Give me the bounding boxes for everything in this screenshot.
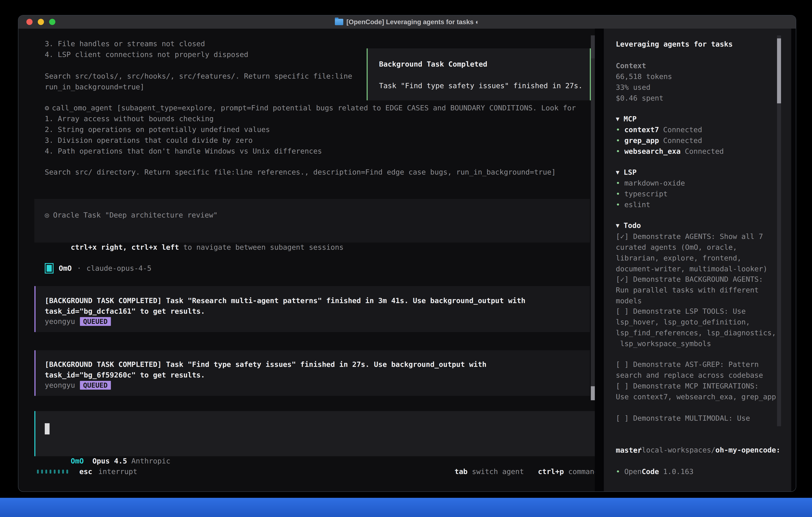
notification-body: Task "Find type safety issues" finished … [379, 80, 583, 91]
todo-line: [ ] Demonstrate AST-GREP: Pattern [616, 359, 763, 370]
spinner-icon [37, 470, 68, 473]
chat-scrollbar-segment [591, 35, 595, 58]
chevron-down-icon: ▼ [616, 113, 619, 124]
mcp-item-name: grep_app [625, 135, 659, 146]
todo-line: [✓] Demonstrate AGENTS: Show all 7 [616, 231, 767, 242]
oracle-shortcut-keys: ctrl+x right, ctrl+x left [71, 243, 179, 251]
mcp-item-status: Connected [685, 146, 724, 157]
mcp-item: • websearch_exa Connected [616, 146, 724, 157]
esc-key-label: interrupt [98, 466, 137, 477]
todo-line: lsp_hover, lsp_goto_definition, [616, 317, 776, 327]
tool-call-line: call_omo_agent [subagent_type=explore, p… [52, 103, 576, 113]
input-provider-label: Anthropic [127, 457, 170, 465]
lsp-item-name: eslint [625, 199, 650, 210]
oracle-icon: ◎ [45, 210, 49, 220]
app-version: 1.0.163 [663, 466, 694, 477]
lsp-heading: LSP [624, 167, 637, 178]
separator-dot: · [77, 263, 81, 274]
status-bullet-icon: • [616, 199, 620, 210]
minimize-window-button[interactable] [38, 19, 44, 25]
status-bullet-icon: • [616, 135, 620, 146]
gear-icon: ⚙ [45, 103, 49, 113]
lsp-item-name: markdown-oxide [625, 178, 685, 189]
lsp-section-header[interactable]: ▼ LSP [616, 167, 685, 178]
chat-scrollbar-thumb[interactable] [591, 386, 595, 400]
mcp-item: • context7 Connected [616, 124, 724, 135]
todo-line: [ ] Demonstrate MCP INTEGRATIONS: [616, 381, 776, 391]
tool-call-item: 3. Division operations that could divide… [45, 135, 576, 146]
chevron-down-icon: ▼ [616, 167, 619, 178]
chat-scrollbar-track[interactable] [591, 35, 595, 400]
git-branch: master [616, 445, 642, 456]
chevron-down-icon: ▼ [616, 220, 619, 231]
esc-key-hint: esc [79, 466, 92, 477]
window-controls [26, 19, 55, 25]
todo-item-done: [✓] Demonstrate AGENTS: Show all 7 curat… [616, 231, 767, 274]
message-line: task_id="bg_6f59260c" to get results. [45, 370, 205, 380]
status-badge: QUEUED [80, 381, 111, 390]
sidebar-scrollbar-thumb[interactable] [777, 38, 781, 103]
text-cursor [45, 423, 50, 434]
todo-line: [ ] Demonstrate LSP TOOLS: Use [616, 306, 776, 317]
context-tokens: 66,518 tokens [616, 71, 672, 82]
lsp-item: • eslint [616, 199, 685, 210]
tool-call-block: ⚙ call_omo_agent [subagent_type=explore,… [45, 103, 576, 157]
oracle-task-title: Oracle Task "Deep architecture review" [53, 210, 218, 220]
message-author: yeongyu [45, 380, 75, 391]
app-name-dim: Open [625, 467, 642, 475]
tab-key-label: switch agent [472, 466, 524, 477]
tab-key-hint: tab [455, 466, 467, 477]
todo-line: models [616, 296, 763, 306]
message-author: yeongyu [45, 316, 75, 327]
close-window-button[interactable] [26, 19, 33, 25]
todo-line: search and replace across codebase [616, 370, 763, 381]
zoom-window-button[interactable] [49, 19, 55, 25]
agent-header: OmO · claude-opus-4-5 [45, 263, 151, 274]
mcp-section: ▼ MCP • context7 Connected • grep_app Co… [616, 113, 724, 157]
todo-line: librarian, explore, frontend, [616, 253, 767, 264]
mcp-item-name: websearch_exa [625, 146, 681, 157]
title-bar: [OpenCode] Leveraging agents for tasks ◐ [19, 16, 796, 29]
mcp-section-header[interactable]: ▼ MCP [616, 113, 724, 124]
mcp-item-name: context7 [625, 124, 659, 135]
todo-line: [ ] Demonstrate MULTIMODAL: Use [616, 413, 750, 424]
status-bullet-icon: • [616, 146, 620, 157]
desktop-bottom-strip [0, 498, 812, 517]
ctrlp-key-hint: ctrl+p [538, 466, 564, 477]
lsp-section: ▼ LSP • markdown-oxide • typescript • es… [616, 167, 685, 210]
status-badge: QUEUED [80, 317, 111, 326]
todo-line: lsp_find_references, lsp_diagnostics, [616, 327, 776, 338]
background-task-message: [BACKGROUND TASK COMPLETED] Task "Resear… [34, 286, 590, 332]
todo-line: lsp_workspace_symbols [616, 338, 776, 349]
oracle-shortcut-hint: to navigate between subagent sessions [179, 243, 344, 251]
terminal-window: [OpenCode] Leveraging agents for tasks ◐… [18, 15, 796, 492]
context-section: Context 66,518 tokens 33% used $0.46 spe… [616, 60, 672, 104]
status-bar-left: esc interrupt [37, 466, 137, 477]
session-title: Leveraging agents for tasks [616, 39, 733, 50]
background-task-notification[interactable]: Background Task Completed Task "Find typ… [367, 48, 591, 100]
input-agent-label: OmO [71, 457, 84, 465]
tool-call-item: 4. Path operations that don't handle Win… [45, 146, 576, 157]
workspace-path-dim: ~/local-workspaces/ [633, 446, 716, 454]
lsp-item: • markdown-oxide [616, 178, 685, 189]
todo-section-header[interactable]: ▼ Todo [616, 220, 641, 231]
window-title: [OpenCode] Leveraging agents for tasks ◐ [346, 18, 479, 26]
lsp-item-name: typescript [625, 189, 668, 199]
notification-title: Background Task Completed [379, 59, 487, 70]
todo-item-done: [✓] Demonstrate BACKGROUND AGENTS: Run p… [616, 274, 763, 306]
todo-line: Run parallel tasks with different [616, 285, 763, 296]
lsp-item: • typescript [616, 189, 685, 199]
message-line: task_id="bg_dcfac161" to get results. [45, 306, 205, 317]
scrollback-line: 4. LSP client connections not properly d… [45, 49, 249, 60]
input-model-label: Opus 4.5 [84, 457, 127, 465]
tool-call-item: 1. Array access without bounds checking [45, 113, 576, 124]
scrollback-search-prompt: Search src/tools/, src/hooks/, src/featu… [45, 71, 352, 92]
context-spent: $0.46 spent [616, 93, 672, 104]
context-heading: Context [616, 60, 672, 71]
folder-icon [335, 19, 343, 25]
todo-line: curated agents (OmO, oracle, [616, 242, 767, 253]
prompt-input[interactable]: OmO Opus 4.5 Anthropic [34, 411, 599, 456]
status-bar-right: tab switch agent ctrl+p commands [455, 466, 603, 477]
tool-call-tail: Search src/ directory. Return specific f… [45, 167, 556, 178]
status-bullet-icon: • [616, 189, 620, 199]
